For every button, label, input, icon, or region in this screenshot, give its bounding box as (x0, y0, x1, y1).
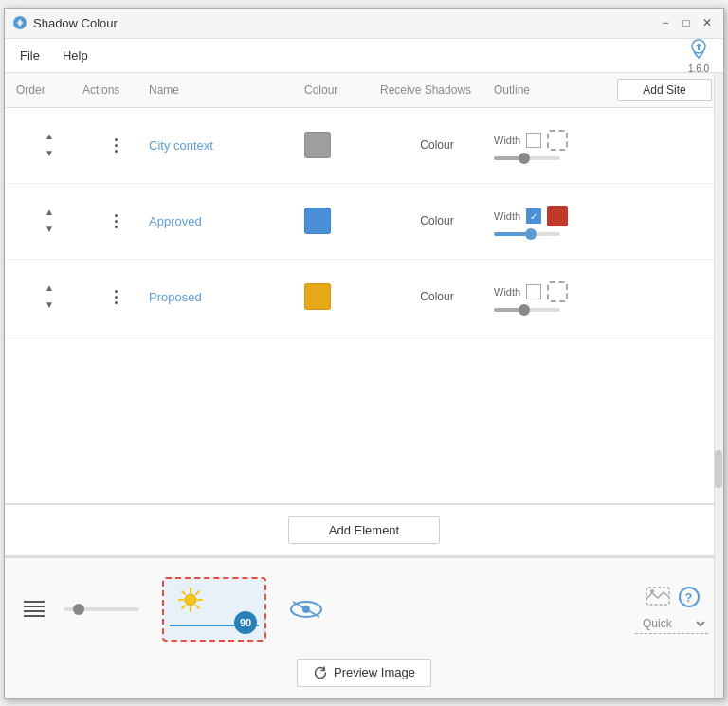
colour-swatch-2[interactable] (304, 208, 331, 234)
sun-preview-box[interactable]: 90 (162, 577, 266, 642)
outline-cell-2: Width ✓ (494, 206, 617, 236)
col-receive-shadows: Receive Shadows (380, 83, 494, 97)
receive-shadows-2[interactable]: Colour (380, 214, 494, 227)
close-button[interactable]: ✕ (699, 14, 716, 31)
time-slider-thumb[interactable] (73, 604, 84, 615)
add-site-button[interactable]: Add Site (617, 79, 712, 101)
time-slider-area (64, 607, 139, 611)
width-label-3: Width (494, 286, 520, 298)
table-row: ▲ ▼ City context Colour Width (5, 108, 723, 184)
bottom-controls-row: 90 (20, 570, 708, 649)
actions-menu-2[interactable] (82, 210, 149, 232)
line (24, 615, 45, 617)
col-actions: Actions (82, 83, 149, 97)
move-up-3[interactable]: ▲ (43, 281, 56, 295)
menu-help[interactable]: Help (59, 46, 92, 64)
colour-swatch-1[interactable] (304, 132, 331, 158)
col-order: Order (16, 83, 82, 97)
dot (115, 150, 118, 153)
visibility-toggle[interactable] (282, 595, 331, 624)
eye-icon (289, 599, 323, 620)
site-name-proposed: Proposed (149, 290, 304, 304)
svg-point-16 (650, 589, 654, 593)
checkmark-2: ✓ (530, 211, 537, 222)
menu-file[interactable]: File (16, 46, 44, 64)
add-element-button[interactable]: Add Element (288, 516, 440, 544)
order-controls-2: ▲ ▼ (16, 206, 82, 236)
dot (115, 290, 118, 293)
sun-icon (177, 587, 204, 613)
image-icon[interactable] (645, 584, 671, 610)
move-up-2[interactable]: ▲ (43, 206, 56, 219)
menu-bar-left: File Help (16, 46, 92, 64)
app-icon (12, 15, 27, 30)
actions-menu-1[interactable] (82, 135, 149, 156)
col-outline: Outline (494, 83, 617, 97)
move-down-2[interactable]: ▼ (43, 223, 56, 236)
time-slider[interactable] (64, 607, 139, 611)
version-icon (685, 37, 712, 63)
receive-shadows-1[interactable]: Colour (380, 138, 494, 152)
quick-dropdown[interactable]: Quick Standard Detailed (635, 614, 708, 634)
order-controls-1: ▲ ▼ (16, 130, 82, 160)
move-up-1[interactable]: ▲ (43, 130, 56, 143)
img-help-row: ? (645, 584, 700, 610)
preview-image-label: Preview Image (334, 665, 415, 679)
outline-colour-red[interactable] (547, 206, 568, 226)
main-window: Shadow Colour − □ ✕ File Help 1.6.0 Orde… (4, 8, 724, 699)
table-row: ▲ ▼ Proposed Colour Width (5, 260, 723, 335)
layers-icon[interactable] (20, 597, 48, 621)
dot (115, 214, 118, 217)
content-area: Order Actions Name Colour Receive Shadow… (5, 73, 723, 698)
outline-checkbox-2[interactable]: ✓ (526, 208, 541, 224)
col-name: Name (149, 83, 304, 97)
preview-image-button[interactable]: Preview Image (297, 659, 431, 687)
line (24, 610, 45, 612)
col-colour: Colour (304, 83, 380, 97)
window-title: Shadow Colour (33, 16, 118, 30)
colour-swatch-3[interactable] (304, 283, 331, 310)
outline-row-2: Width ✓ (494, 206, 568, 226)
svg-line-9 (196, 606, 199, 608)
dot (115, 138, 118, 141)
help-button[interactable]: ? (679, 587, 700, 607)
add-element-area: Add Element (5, 505, 723, 557)
outline-row-1: Width (494, 130, 568, 151)
title-bar: Shadow Colour − □ ✕ (5, 9, 723, 39)
move-down-3[interactable]: ▼ (43, 299, 56, 312)
outline-checkbox-1[interactable] (526, 133, 541, 148)
width-slider-2[interactable] (494, 232, 560, 236)
sun-badge: 90 (234, 611, 257, 634)
svg-line-10 (196, 591, 199, 594)
refresh-icon (313, 665, 328, 680)
table-row: ▲ ▼ Approved Colour Width ✓ (5, 184, 723, 260)
scrollbar[interactable] (714, 73, 723, 698)
title-bar-controls: − □ ✕ (657, 14, 716, 31)
outline-row-3: Width (494, 281, 568, 302)
line (24, 606, 45, 607)
actions-menu-3[interactable] (82, 286, 149, 308)
dot (115, 296, 118, 299)
outline-checkbox-3[interactable] (526, 284, 541, 299)
maximize-button[interactable]: □ (678, 14, 695, 31)
table-header: Order Actions Name Colour Receive Shadow… (5, 73, 723, 108)
dot (115, 301, 118, 304)
outline-dashed-1[interactable] (547, 130, 568, 151)
scrollbar-thumb[interactable] (715, 450, 722, 488)
outline-dashed-3[interactable] (547, 281, 568, 302)
dot (115, 144, 118, 147)
minimize-button[interactable]: − (657, 14, 674, 31)
width-label-1: Width (494, 135, 520, 146)
width-label-2: Width (494, 210, 520, 222)
bottom-panel: 90 (5, 557, 723, 698)
order-controls-3: ▲ ▼ (16, 281, 82, 312)
preview-btn-row: Preview Image (20, 659, 708, 687)
receive-shadows-3[interactable]: Colour (380, 290, 494, 303)
width-slider-1[interactable] (494, 156, 560, 160)
move-down-1[interactable]: ▼ (43, 147, 56, 160)
right-controls: ? Quick Standard Detailed (635, 584, 708, 634)
site-name-city-context: City context (149, 138, 304, 153)
line (24, 601, 45, 603)
svg-point-3 (185, 594, 196, 606)
width-slider-3[interactable] (494, 308, 560, 312)
